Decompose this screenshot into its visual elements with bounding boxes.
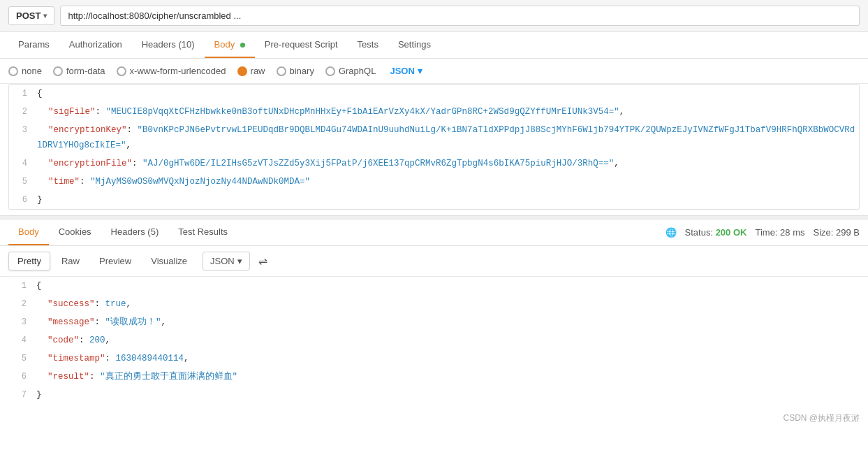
res-line-1: 1 { xyxy=(8,277,860,295)
res-line-7: 7 } xyxy=(8,386,860,404)
tab-body[interactable]: Body xyxy=(205,32,255,58)
radio-raw[interactable]: raw xyxy=(237,66,265,76)
req-line-5: 5 "time": "MjAyMS0wOS0wMVQxNjozNjozNy44N… xyxy=(9,173,859,191)
response-tab-body[interactable]: Body xyxy=(8,219,49,245)
format-btn-preview[interactable]: Preview xyxy=(91,252,140,270)
res-line-3: 3 "message": "读取成功！", xyxy=(8,313,860,331)
request-tabs-row: Params Authorization Headers (10) Body P… xyxy=(0,32,868,59)
req-line-2: 2 "sigFile": "MEUCIE8pVqqXtCFHzHbwkke0nB… xyxy=(9,103,859,121)
response-tab-headers[interactable]: Headers (5) xyxy=(101,219,169,245)
response-tab-test-results[interactable]: Test Results xyxy=(168,219,237,245)
response-time: 28 ms xyxy=(780,227,804,238)
tab-pre-request-script[interactable]: Pre-request Script xyxy=(255,32,348,58)
radio-urlencoded[interactable]: x-www-form-urlencoded xyxy=(117,66,226,76)
res-line-4: 4 "code": 200, xyxy=(8,331,860,349)
radio-form-data-circle xyxy=(53,66,63,76)
radio-graphql-circle xyxy=(325,66,335,76)
body-type-row: none form-data x-www-form-urlencoded raw… xyxy=(0,59,868,84)
radio-form-data[interactable]: form-data xyxy=(53,66,105,76)
response-tabs-row: Body Cookies Headers (5) Test Results 🌐 … xyxy=(0,219,868,246)
radio-binary-circle xyxy=(277,66,286,76)
watermark: CSDN @执槿月夜游 xyxy=(0,410,868,428)
method-select[interactable]: POST ▾ xyxy=(8,6,54,25)
wrap-icon[interactable]: ⇌ xyxy=(258,254,267,268)
response-json-chevron-icon: ▾ xyxy=(237,256,242,266)
radio-graphql[interactable]: GraphQL xyxy=(325,66,376,76)
method-label: POST xyxy=(16,10,41,21)
radio-none[interactable]: none xyxy=(8,66,42,76)
method-chevron-icon: ▾ xyxy=(43,12,47,20)
globe-icon: 🌐 xyxy=(665,227,677,238)
radio-binary[interactable]: binary xyxy=(277,66,314,76)
response-tab-cookies[interactable]: Cookies xyxy=(49,219,101,245)
url-input[interactable] xyxy=(60,6,860,26)
radio-raw-circle xyxy=(237,66,247,76)
tab-tests[interactable]: Tests xyxy=(348,32,388,58)
json-chevron-icon: ▾ xyxy=(418,66,422,76)
response-status: 🌐 Status: 200 OK Time: 28 ms Size: 299 B xyxy=(665,227,860,238)
res-line-2: 2 "success": true, xyxy=(8,295,860,313)
url-bar: POST ▾ xyxy=(0,0,868,32)
body-dot-indicator xyxy=(240,43,245,48)
tab-settings[interactable]: Settings xyxy=(388,32,441,58)
res-line-5: 5 "timestamp": 1630489440114, xyxy=(8,349,860,368)
tab-headers[interactable]: Headers (10) xyxy=(132,32,205,58)
tab-params[interactable]: Params xyxy=(8,32,59,58)
format-btn-visualize[interactable]: Visualize xyxy=(142,252,196,270)
req-line-6: 6 } xyxy=(9,191,859,209)
response-size: 299 B xyxy=(836,227,860,238)
radio-none-circle xyxy=(8,66,18,76)
req-line-1: 1 { xyxy=(9,85,859,103)
res-line-6: 6 "result": "真正的勇士敢于直面淋漓的鲜血" xyxy=(8,368,860,386)
response-format-row: Pretty Raw Preview Visualize JSON ▾ ⇌ xyxy=(0,246,868,277)
request-body-editor[interactable]: 1 { 2 "sigFile": "MEUCIE8pVqqXtCFHzHbwkk… xyxy=(8,84,860,210)
tab-authorization[interactable]: Authorization xyxy=(59,32,132,58)
radio-urlencoded-circle xyxy=(117,66,126,76)
response-json-select[interactable]: JSON ▾ xyxy=(203,252,250,270)
status-code: 200 OK xyxy=(716,227,747,238)
req-line-3: 3 "encryptionKey": "B0vnKPcPJN6ePvtrvwL1… xyxy=(9,121,859,154)
format-btn-pretty[interactable]: Pretty xyxy=(8,252,50,270)
response-body-editor: 1 { 2 "success": true, 3 "message": "读取成… xyxy=(8,277,860,404)
json-format-dropdown[interactable]: JSON ▾ xyxy=(390,66,422,76)
req-line-4: 4 "encryptionFile": "AJ/0gHTw6DE/IL2IHsG… xyxy=(9,154,859,173)
format-btn-raw[interactable]: Raw xyxy=(53,252,88,270)
